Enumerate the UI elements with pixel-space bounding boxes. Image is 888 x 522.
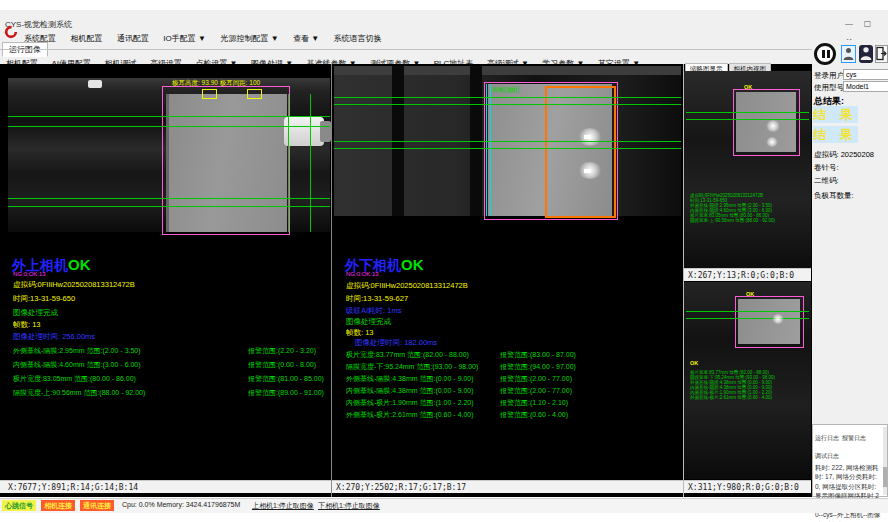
left-roller (284, 117, 324, 146)
app-window: CYS-视觉检测系统 — ▢ ✕ 系统配置 相机配置 通讯配置 IO手配置 ▼ … (0, 0, 888, 522)
view1-bright-blob-2 (766, 137, 778, 147)
left-hline-2 (8, 126, 330, 127)
result-box-1: 结 果 (813, 106, 858, 123)
center-hline-4 (334, 148, 681, 149)
view1-hline-1 (686, 112, 809, 113)
left-hline-3 (8, 198, 330, 199)
left-detection-rect (162, 86, 290, 235)
left-image-highlight (88, 80, 102, 88)
left-alarm-2: 报警范围:(81.00 - 85.00) (248, 374, 324, 384)
center-time: 时间:13-31-59-627 (346, 294, 408, 304)
user-dark-icon (859, 45, 873, 61)
center-barcode: 虚拟码:0FIIiHw2025020813312472B (346, 281, 468, 291)
center-alarm-4: 报警范围:(1.10 - 2.10) (500, 398, 568, 408)
center-measure-3: 内侧基线-隔膜:4.38mm 范围:(0.00 - 9.00) (346, 386, 474, 396)
view2-hline-1 (686, 311, 809, 312)
menu-language-switch[interactable]: 系统语言切换 (334, 33, 382, 44)
view2-status-strip: X:311;Y:980;R:0;G:0;B:0 (684, 480, 811, 493)
log-tab-debug[interactable]: 调试日志 (815, 453, 839, 459)
center-bright-dot-2 (584, 169, 591, 173)
center-alarm-2: 报警范围:(2.00 - 77.00) (500, 374, 572, 384)
view1-mini-text: 虚拟码:0FIIiHw2025020813312472B 时间:13-31-59… (690, 193, 804, 223)
center-alarm-0: 报警范围:(83.00 - 87.00) (500, 350, 576, 360)
comm-connect-badge: 通讯连接 (80, 500, 114, 511)
model-label: 使用型号: (814, 83, 846, 93)
center-alarm-1: 报警范围:(94.00 - 97.00) (500, 362, 576, 372)
menu-view[interactable]: 查看 ▼ (293, 33, 319, 44)
view1-hline-2 (686, 119, 809, 120)
center-hline-2 (334, 104, 681, 105)
left-measure-0: 外侧基线-隔膜:2.95mm 范围:(2.00 - 3.50) (13, 346, 141, 356)
camera-connect-badge: 相机连接 (41, 500, 75, 511)
center-done: 图像处理完成 (346, 317, 391, 327)
left-barcode: 虚拟码:0FIIiHw2025020813312472B (13, 280, 135, 290)
menu-light-config[interactable]: 光源控制配置 ▼ (220, 33, 278, 44)
view1-ok-label: OK (744, 84, 752, 90)
exit-button[interactable] (875, 45, 888, 63)
center-ai-time: 级联AI耗时: 1ms (346, 306, 401, 316)
center-ai-label: AI检测框 (492, 85, 520, 95)
center-bright-dot-1 (584, 135, 591, 139)
operator-button[interactable] (859, 45, 873, 63)
menu-io-config[interactable]: IO手配置 ▼ (163, 33, 206, 44)
left-vline-1 (288, 94, 289, 232)
app-logo-icon (4, 25, 20, 39)
left-overlay-box-2 (247, 89, 262, 99)
left-measure-2: 极片宽度:83.05mm 范围:(80.00 - 86.00) (13, 374, 136, 384)
log-tab-alarm[interactable]: 报警日志 (842, 435, 866, 441)
left-frames: 帧数: 13 (13, 320, 41, 330)
center-measure-2: 外侧基线-隔膜:4.38mm 范围:(0.00 - 9.00) (346, 374, 474, 384)
upper-camera-status[interactable]: 上相机1:停止取图像 (252, 501, 314, 511)
left-alarm-0: 报警范围:(2.20 - 3.20) (248, 346, 316, 356)
lower-camera-status[interactable]: 下相机1:停止取图像 (318, 501, 380, 511)
qr-code-label: 二维码: (814, 176, 839, 186)
left-proc-time: 图像处理时间: 256.00ms (13, 332, 95, 342)
maximize-icon[interactable]: ▢ (860, 19, 874, 28)
model-input[interactable]: Model1 (843, 81, 888, 92)
tab-count-label: 负极耳数量: (814, 191, 854, 201)
left-alarm-1: 报警范围:(0.00 - 8.00) (248, 360, 316, 370)
center-measure-5: 外侧基线-极片:2.61mm 范围:(0.60 - 4.00) (346, 410, 474, 420)
log-text: 耗时: 222, 网络检测耗时: 17, 网络分类耗时: 0, 网络提取分区耗时… (813, 462, 887, 522)
login-label: 登录用户: (814, 71, 846, 81)
left-roller-cap (320, 121, 331, 142)
pause-button[interactable] (814, 43, 836, 65)
minimize-icon[interactable]: — (842, 19, 856, 28)
left-status-strip: X:7677;Y:891;R:14;G:14;B:14 (0, 480, 331, 493)
left-time: 时间:13-31-59-650 (13, 294, 75, 304)
center-alarm-5: 报警范围:(0.60 - 4.00) (500, 410, 568, 420)
view2-bright-blob (772, 314, 784, 324)
login-user-button[interactable] (841, 45, 856, 63)
user-icon (842, 46, 855, 61)
cpu-memory-text: Cpu: 0.0% Memory: 3424.41796875M (122, 501, 240, 508)
left-overlay-text: 极耳高度: 93.90 极耳间距: 100 (172, 79, 260, 88)
menu-comm-config[interactable]: 通讯配置 (117, 33, 149, 44)
tab-divider (0, 49, 888, 50)
center-hline-1 (334, 97, 681, 98)
menu-bar: 系统配置 相机配置 通讯配置 IO手配置 ▼ 光源控制配置 ▼ 查看 ▼ 系统语… (24, 27, 624, 45)
login-input[interactable]: cys (843, 69, 888, 80)
center-measure-4: 内侧基线-极片:1.90mm 范围:(1.00 - 2.20) (346, 398, 474, 408)
log-scrollbar-thumb[interactable] (883, 467, 887, 487)
menu-camera-config[interactable]: 相机配置 (70, 33, 102, 44)
log-area[interactable]: 运行日志报警日志调试日志 耗时: 222, 网络检测耗时: 17, 网络分类耗时… (812, 424, 888, 497)
center-ng-text: NG:0;OK:13 (346, 271, 379, 277)
view1-status-strip: X:267;Y:13;R:0;G:0;B:0 (684, 268, 811, 281)
view2-mini-text: 极片宽度:83.77mm 范围:(82.00 - 88.00) 隔膜宽度-下:9… (690, 370, 804, 400)
left-done: 图像处理完成 (13, 308, 58, 318)
sidebar-barcode: 虚拟码: 20250208 (814, 150, 874, 160)
center-ai-rect (545, 86, 616, 218)
center-status-strip: X:270;Y:2502;R:17;G:17;B:17 (332, 480, 683, 493)
center-hline-3 (334, 141, 681, 142)
door-exit-icon (876, 46, 887, 61)
view2-detection-rect (735, 296, 804, 348)
left-vline-2 (310, 94, 311, 232)
left-measure-1: 内侧基线-隔膜:4.60mm 范围:(3.00 - 6.00) (13, 360, 141, 370)
log-tab-run[interactable]: 运行日志 (815, 435, 839, 441)
center-frames: 帧数: 13 (346, 328, 374, 338)
left-hline-4 (8, 206, 330, 207)
log-scrollbar[interactable] (883, 427, 887, 495)
panel-divider-1 (331, 64, 332, 497)
pause-icon (822, 50, 825, 58)
center-measure-0: 极片宽度:83.77mm 范围:(82.00 - 88.00) (346, 350, 469, 360)
